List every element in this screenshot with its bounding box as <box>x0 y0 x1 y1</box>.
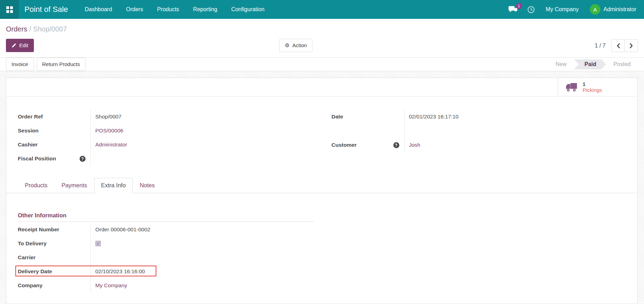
main-menu: Dashboard Orders Products Reporting Conf… <box>78 0 272 19</box>
state-new[interactable]: New <box>548 59 574 70</box>
messages-count-badge: 1 <box>516 3 522 9</box>
field-label: To Delivery <box>18 237 90 251</box>
field-label: Date <box>332 110 404 124</box>
statusbar: New Paid Posted <box>548 59 638 70</box>
activities-button[interactable] <box>523 0 540 19</box>
section-separator <box>18 222 314 222</box>
breadcrumb: Orders / Shop/0007 <box>0 19 644 34</box>
notebook-tabs: Products Payments Extra Info Notes <box>6 178 637 193</box>
menu-orders[interactable]: Orders <box>119 0 150 19</box>
return-products-button[interactable]: Return Products <box>37 58 86 71</box>
user-menu[interactable]: A Administrator <box>585 4 644 15</box>
field-receipt-number: Receipt Number Order 00006-001-0002 <box>18 223 314 237</box>
other-information-group: Receipt Number Order 00006-001-0002 To D… <box>18 223 314 292</box>
control-panel: Edit ⚙ Action 1 / 7 <box>0 34 644 57</box>
field-to-delivery: To Delivery ✓ <box>18 237 314 251</box>
state-paid[interactable]: Paid <box>574 59 606 70</box>
invoice-button[interactable]: Invoice <box>6 58 34 71</box>
field-delivery-date: Delivery Date 02/10/2023 16:16:00 <box>18 265 314 278</box>
pickings-stat-button[interactable]: 1 Pickings <box>558 78 637 96</box>
field-label: Carrier <box>18 251 90 265</box>
field-label: Fiscal Position ? <box>18 152 90 166</box>
pickings-label: Pickings <box>583 87 602 93</box>
apps-menu-button[interactable] <box>0 0 19 19</box>
field-label: Cashier <box>18 138 90 152</box>
extra-info-pane: Other Information Receipt Number Order 0… <box>6 193 637 292</box>
field-fiscal-position: Fiscal Position ? <box>18 152 307 166</box>
help-icon: ? <box>80 156 86 162</box>
form-statusbar-row: Invoice Return Products New Paid Posted <box>0 57 644 71</box>
field-session: Session POS/00006 <box>18 124 307 138</box>
menu-products[interactable]: Products <box>150 0 186 19</box>
tab-payments[interactable]: Payments <box>54 178 94 193</box>
breadcrumb-separator: / <box>29 25 31 33</box>
gear-icon: ⚙ <box>285 43 289 48</box>
company-link[interactable]: My Company <box>95 282 127 288</box>
pencil-icon <box>12 43 16 48</box>
pager-next-button[interactable] <box>625 39 638 52</box>
carrier-value <box>90 251 314 265</box>
field-label: Session <box>18 124 90 138</box>
field-carrier: Carrier <box>18 251 314 265</box>
session-link[interactable]: POS/00006 <box>95 128 123 133</box>
receipt-number-value: Order 00006-001-0002 <box>90 223 314 237</box>
field-date: Date 02/01/2023 16:17:10 <box>332 110 621 124</box>
pager-previous-button[interactable] <box>612 39 625 52</box>
chevron-left-icon <box>616 43 620 49</box>
date-value: 02/01/2023 16:17:10 <box>404 110 621 124</box>
chevron-right-icon <box>629 43 633 49</box>
tab-products[interactable]: Products <box>18 178 54 193</box>
pager-count: 1 / 7 <box>595 43 606 49</box>
messages-button[interactable]: 1 <box>504 0 523 19</box>
to-delivery-checkbox[interactable]: ✓ <box>95 241 101 246</box>
field-label: Order Ref <box>18 110 90 124</box>
top-navbar: Point of Sale Dashboard Orders Products … <box>0 0 644 19</box>
field-label: Customer ? <box>332 138 404 152</box>
record-pager: 1 / 7 <box>595 39 638 52</box>
clock-icon <box>527 6 535 14</box>
tab-notes[interactable]: Notes <box>133 178 162 193</box>
section-title: Other Information <box>18 211 621 219</box>
breadcrumb-current: Shop/0007 <box>33 25 67 33</box>
breadcrumb-orders-link[interactable]: Orders <box>6 25 27 33</box>
menu-dashboard[interactable]: Dashboard <box>78 0 119 19</box>
menu-reporting[interactable]: Reporting <box>186 0 224 19</box>
action-menu-button[interactable]: ⚙ Action <box>279 39 312 52</box>
content-background: 1 Pickings Order Ref Shop/0007 Session P… <box>0 71 644 304</box>
field-label: Delivery Date <box>18 265 90 278</box>
order-ref-value: Shop/0007 <box>90 110 307 124</box>
form-fields: Order Ref Shop/0007 Session POS/00006 Ca… <box>6 96 637 166</box>
empty-row <box>332 124 621 138</box>
pickings-count: 1 <box>583 81 602 87</box>
truck-icon <box>565 82 577 92</box>
state-posted[interactable]: Posted <box>606 59 638 70</box>
delivery-date-value: 02/10/2023 16:16:00 <box>90 265 314 278</box>
field-order-ref: Order Ref Shop/0007 <box>18 110 307 124</box>
field-cashier: Cashier Administrator <box>18 138 307 152</box>
tab-extra-info[interactable]: Extra Info <box>94 178 133 193</box>
user-avatar: A <box>590 4 600 15</box>
form-right-group: Date 02/01/2023 16:17:10 Customer ? Josh <box>332 110 621 166</box>
user-name: Administrator <box>604 6 636 13</box>
field-customer: Customer ? Josh <box>332 138 621 152</box>
stat-button-box: 1 Pickings <box>6 78 637 96</box>
form-left-group: Order Ref Shop/0007 Session POS/00006 Ca… <box>18 110 307 166</box>
apps-grid-icon <box>6 6 13 13</box>
field-label: Company <box>18 278 90 292</box>
company-switcher[interactable]: My Company <box>540 6 585 13</box>
cashier-link[interactable]: Administrator <box>95 142 127 147</box>
checkmark-icon: ✓ <box>96 242 99 246</box>
help-icon: ? <box>393 142 399 148</box>
app-title: Point of Sale <box>24 5 68 14</box>
form-sheet: 1 Pickings Order Ref Shop/0007 Session P… <box>6 78 638 304</box>
menu-configuration[interactable]: Configuration <box>224 0 271 19</box>
customer-link[interactable]: Josh <box>409 142 421 148</box>
fiscal-position-value <box>90 152 307 166</box>
field-label: Receipt Number <box>18 223 90 237</box>
field-company: Company My Company <box>18 278 314 292</box>
edit-button[interactable]: Edit <box>6 39 34 52</box>
